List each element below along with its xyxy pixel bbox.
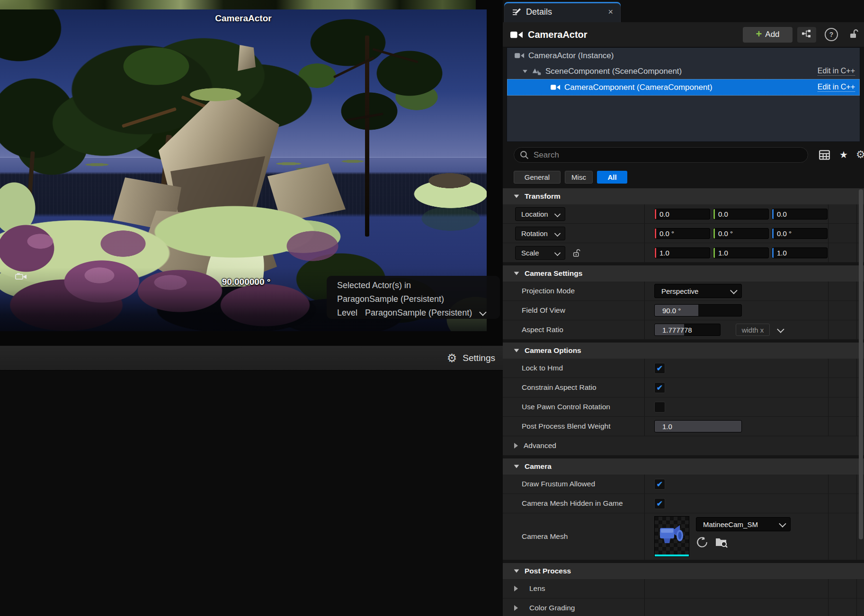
scale-unlock-icon[interactable] <box>573 248 580 257</box>
level-selector[interactable]: Level ParagonSample (Persistent) <box>337 306 500 320</box>
row-lock-to-hmd: Lock to Hmd ✔ <box>503 359 864 378</box>
blend-weight-slider[interactable]: 1.0 <box>654 420 742 432</box>
edit-in-cpp-link[interactable]: Edit in C++ <box>818 67 855 76</box>
location-x-field[interactable]: 0.0 <box>654 209 710 220</box>
use-selected-asset-icon[interactable] <box>696 536 708 550</box>
search-placeholder: Search <box>534 150 559 160</box>
expand-triangle-icon <box>514 443 518 449</box>
section-header[interactable]: Transform <box>503 188 864 204</box>
row-use-pawn-control-rotation: Use Pawn Control Rotation ✔ <box>503 397 864 417</box>
viewport-settings-bar: ⚙ Settings <box>0 345 503 370</box>
plus-icon: + <box>756 29 762 39</box>
row-advanced[interactable]: Advanced <box>503 436 864 456</box>
section-camera-options: Camera Options Lock to Hmd ✔ Constrain A… <box>503 343 864 456</box>
rotation-x-field[interactable]: 0.0 ° <box>654 228 710 239</box>
section-header[interactable]: Camera Options <box>503 343 864 359</box>
filter-general-button[interactable]: General <box>514 171 561 184</box>
field-of-view-slider[interactable]: 90.0 ° <box>654 304 742 317</box>
panel-settings-gear-icon[interactable]: ⚙ <box>856 149 864 161</box>
hierarchy-icon <box>802 30 811 39</box>
scale-dropdown[interactable]: Scale <box>515 246 565 260</box>
color-grading-label: Color Grading <box>529 604 575 612</box>
location-y-field[interactable]: 0.0 <box>713 209 769 220</box>
location-dropdown[interactable]: Location <box>515 207 565 221</box>
checkbox[interactable]: ✔ <box>654 382 665 393</box>
camera-sprite-icon[interactable] <box>15 273 27 282</box>
scale-y-field[interactable]: 1.0 <box>713 247 769 258</box>
tooltip-line2: ParagonSample (Persistent) <box>337 292 500 306</box>
aspect-ratio-value: 1.777778 <box>662 326 692 334</box>
blend-weight-value: 1.0 <box>662 422 672 431</box>
level-viewport[interactable]: CameraActor 90.000000 ° Selected Actor(s… <box>0 0 503 616</box>
y-axis-bar <box>713 248 715 258</box>
chevron-down-icon <box>730 287 738 294</box>
aspect-ratio-field[interactable]: 1.777778 <box>654 324 721 336</box>
add-button-label: Add <box>765 30 779 39</box>
rotation-y-field[interactable]: 0.0 ° <box>713 228 769 239</box>
row-projection-mode: Projection Mode Perspective <box>503 282 864 301</box>
edit-in-cpp-link[interactable]: Edit in C++ <box>818 83 855 92</box>
details-icon <box>512 8 521 17</box>
expander-down-icon[interactable] <box>523 70 527 72</box>
row-camera-mesh-hidden: Camera Mesh Hidden in Game ✔ <box>503 494 864 513</box>
settings-gear-icon[interactable]: ⚙ <box>447 352 457 364</box>
chevron-down-icon[interactable] <box>777 326 784 333</box>
z-axis-bar <box>772 209 774 219</box>
search-row: Search ★ ⚙ <box>503 142 864 168</box>
mesh-asset-dropdown[interactable]: MatineeCam_SM <box>696 517 791 531</box>
favorites-star-icon[interactable]: ★ <box>839 149 848 160</box>
aspect-unit-chip[interactable]: width x <box>736 324 770 336</box>
display-filter-icon[interactable] <box>819 150 830 162</box>
search-icon <box>520 150 529 159</box>
checkbox[interactable]: ✔ <box>654 363 665 374</box>
browse-to-asset-icon[interactable] <box>715 537 728 550</box>
filter-all-button[interactable]: All <box>597 171 627 184</box>
tab-title: Details <box>526 7 552 17</box>
category-filter-row: General Misc All <box>503 168 864 188</box>
row-rotation: Rotation 0.0 ° 0.0 ° 0.0 ° <box>503 224 864 243</box>
row-field-of-view: Field Of View 90.0 ° <box>503 301 864 320</box>
location-z-field[interactable]: 0.0 <box>772 209 828 220</box>
chevron-down-icon <box>554 211 561 217</box>
scale-x-field[interactable]: 1.0 <box>654 247 710 258</box>
checkbox[interactable]: ✔ <box>654 479 665 490</box>
search-input[interactable]: Search <box>514 147 808 163</box>
tab-details[interactable]: Details × <box>504 2 621 22</box>
section-header[interactable]: Post Process <box>503 563 864 579</box>
checkbox[interactable]: ✔ <box>654 498 665 509</box>
scrollbar[interactable] <box>859 189 863 539</box>
checkbox[interactable]: ✔ <box>654 402 665 413</box>
tree-row-camera-component[interactable]: CameraComponent (CameraComponent) Edit i… <box>507 79 860 96</box>
close-icon[interactable]: × <box>608 7 613 17</box>
section-header[interactable]: Camera Settings <box>503 265 864 282</box>
settings-label[interactable]: Settings <box>463 353 495 363</box>
row-lens[interactable]: Lens <box>503 579 864 598</box>
rotation-dropdown[interactable]: Rotation <box>515 227 565 240</box>
scale-z-field[interactable]: 1.0 <box>772 247 828 258</box>
lens-label: Lens <box>529 584 545 593</box>
check-icon: ✔ <box>657 364 663 373</box>
collapse-triangle-icon <box>514 194 519 198</box>
tree-row-scene-component[interactable]: SceneComponent (SceneComponent) Edit in … <box>507 63 860 79</box>
help-button[interactable]: ? <box>825 28 838 41</box>
row-draw-frustum: Draw Frustum Allowed ✔ <box>503 475 864 494</box>
section-header[interactable]: Camera <box>503 458 864 475</box>
row-color-grading[interactable]: Color Grading <box>503 598 864 616</box>
section-post-process: Post Process Lens Color Grading <box>503 563 864 616</box>
tree-row-actor-instance[interactable]: CameraActor (Instance) <box>507 48 860 63</box>
blueprint-hierarchy-button[interactable] <box>797 27 816 43</box>
section-title: Camera <box>525 462 552 471</box>
row-location: Location 0.0 0.0 0.0 <box>503 204 864 224</box>
location-label: Location <box>521 210 548 218</box>
rotation-z-field[interactable]: 0.0 ° <box>772 228 828 239</box>
tree-row-label: CameraComponent (CameraComponent) <box>564 83 713 92</box>
mesh-thumbnail[interactable] <box>654 516 689 557</box>
projection-mode-dropdown[interactable]: Perspective <box>654 284 742 298</box>
y-axis-bar <box>713 229 715 238</box>
filter-misc-button[interactable]: Misc <box>565 171 593 184</box>
advanced-label: Advanced <box>524 441 556 450</box>
add-button[interactable]: + Add <box>743 27 793 43</box>
lock-button[interactable] <box>849 29 858 41</box>
fov-readout: 90.000000 ° <box>180 277 312 287</box>
section-camera: Camera Draw Frustum Allowed ✔ Camera Mes… <box>503 458 864 560</box>
